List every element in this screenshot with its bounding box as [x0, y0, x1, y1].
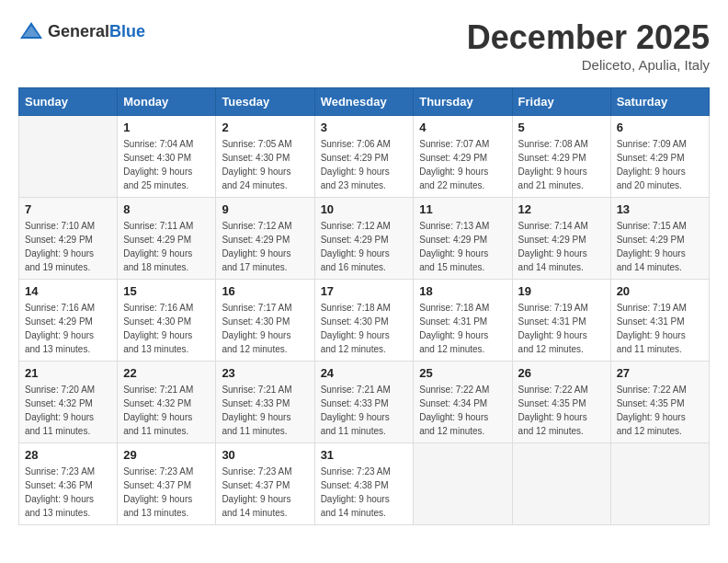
calendar-cell: 20Sunrise: 7:19 AMSunset: 4:31 PMDayligh…	[610, 280, 709, 362]
day-number: 21	[25, 366, 111, 380]
day-number: 24	[321, 366, 408, 380]
day-info: Sunrise: 7:11 AMSunset: 4:29 PMDaylight:…	[123, 219, 210, 274]
calendar-cell: 7Sunrise: 7:10 AMSunset: 4:29 PMDaylight…	[19, 198, 118, 280]
day-info: Sunrise: 7:19 AMSunset: 4:31 PMDaylight:…	[617, 301, 703, 356]
weekday-header-saturday: Saturday	[610, 88, 709, 116]
day-info: Sunrise: 7:23 AMSunset: 4:37 PMDaylight:…	[222, 465, 308, 520]
day-number: 28	[25, 448, 111, 462]
weekday-header-sunday: Sunday	[19, 88, 118, 116]
calendar-cell	[414, 443, 512, 525]
day-number: 12	[518, 202, 605, 216]
calendar-cell: 17Sunrise: 7:18 AMSunset: 4:30 PMDayligh…	[314, 280, 414, 362]
day-number: 30	[222, 448, 308, 462]
calendar-cell: 18Sunrise: 7:18 AMSunset: 4:31 PMDayligh…	[414, 280, 512, 362]
calendar-cell: 22Sunrise: 7:21 AMSunset: 4:32 PMDayligh…	[118, 362, 216, 443]
week-row-3: 14Sunrise: 7:16 AMSunset: 4:29 PMDayligh…	[19, 280, 710, 362]
day-number: 5	[518, 121, 605, 134]
week-row-1: 1Sunrise: 7:04 AMSunset: 4:30 PMDaylight…	[19, 116, 710, 198]
location: Deliceto, Apulia, Italy	[467, 57, 710, 73]
day-info: Sunrise: 7:09 AMSunset: 4:29 PMDaylight:…	[617, 137, 703, 192]
logo-icon	[18, 18, 44, 44]
calendar-cell: 26Sunrise: 7:22 AMSunset: 4:35 PMDayligh…	[512, 362, 610, 443]
day-number: 29	[123, 448, 210, 462]
month-title: December 2025	[467, 18, 710, 57]
day-info: Sunrise: 7:14 AMSunset: 4:29 PMDaylight:…	[518, 219, 605, 274]
calendar-cell: 14Sunrise: 7:16 AMSunset: 4:29 PMDayligh…	[19, 280, 118, 362]
day-number: 11	[419, 202, 506, 216]
day-info: Sunrise: 7:06 AMSunset: 4:29 PMDaylight:…	[321, 137, 408, 192]
day-number: 25	[419, 366, 506, 380]
calendar-cell: 28Sunrise: 7:23 AMSunset: 4:36 PMDayligh…	[19, 443, 118, 525]
calendar-cell: 27Sunrise: 7:22 AMSunset: 4:35 PMDayligh…	[610, 362, 709, 443]
day-info: Sunrise: 7:21 AMSunset: 4:33 PMDaylight:…	[321, 383, 408, 438]
day-info: Sunrise: 7:07 AMSunset: 4:29 PMDaylight:…	[419, 137, 506, 192]
day-number: 4	[419, 121, 506, 134]
day-info: Sunrise: 7:16 AMSunset: 4:29 PMDaylight:…	[25, 301, 111, 356]
day-number: 13	[617, 202, 703, 216]
day-info: Sunrise: 7:22 AMSunset: 4:35 PMDaylight:…	[518, 383, 605, 438]
day-number: 8	[123, 202, 210, 216]
weekday-header-tuesday: Tuesday	[216, 88, 314, 116]
day-info: Sunrise: 7:08 AMSunset: 4:29 PMDaylight:…	[518, 137, 605, 192]
calendar-cell: 15Sunrise: 7:16 AMSunset: 4:30 PMDayligh…	[118, 280, 216, 362]
page-header: GeneralBlue December 2025 Deliceto, Apul…	[18, 18, 710, 73]
logo: GeneralBlue	[18, 18, 145, 44]
week-row-4: 21Sunrise: 7:20 AMSunset: 4:32 PMDayligh…	[19, 362, 710, 443]
weekday-header-row: SundayMondayTuesdayWednesdayThursdayFrid…	[19, 88, 710, 116]
day-info: Sunrise: 7:20 AMSunset: 4:32 PMDaylight:…	[25, 383, 111, 438]
day-number: 16	[222, 284, 308, 298]
day-info: Sunrise: 7:13 AMSunset: 4:29 PMDaylight:…	[419, 219, 506, 274]
day-info: Sunrise: 7:19 AMSunset: 4:31 PMDaylight:…	[518, 301, 605, 356]
day-info: Sunrise: 7:21 AMSunset: 4:33 PMDaylight:…	[222, 383, 308, 438]
calendar-cell: 1Sunrise: 7:04 AMSunset: 4:30 PMDaylight…	[118, 116, 216, 198]
day-info: Sunrise: 7:18 AMSunset: 4:31 PMDaylight:…	[419, 301, 506, 356]
calendar-cell	[19, 116, 118, 198]
calendar-cell: 2Sunrise: 7:05 AMSunset: 4:30 PMDaylight…	[216, 116, 314, 198]
weekday-header-monday: Monday	[118, 88, 216, 116]
day-number: 18	[419, 284, 506, 298]
day-info: Sunrise: 7:15 AMSunset: 4:29 PMDaylight:…	[617, 219, 703, 274]
title-block: December 2025 Deliceto, Apulia, Italy	[467, 18, 710, 73]
calendar-cell: 6Sunrise: 7:09 AMSunset: 4:29 PMDaylight…	[610, 116, 709, 198]
logo-text-general: General	[48, 22, 109, 40]
calendar-cell: 9Sunrise: 7:12 AMSunset: 4:29 PMDaylight…	[216, 198, 314, 280]
logo-text-blue: Blue	[109, 22, 145, 40]
calendar-cell: 29Sunrise: 7:23 AMSunset: 4:37 PMDayligh…	[118, 443, 216, 525]
week-row-2: 7Sunrise: 7:10 AMSunset: 4:29 PMDaylight…	[19, 198, 710, 280]
day-number: 15	[123, 284, 210, 298]
day-number: 31	[321, 448, 408, 462]
day-number: 9	[222, 202, 308, 216]
day-info: Sunrise: 7:17 AMSunset: 4:30 PMDaylight:…	[222, 301, 308, 356]
day-number: 1	[123, 121, 210, 134]
day-info: Sunrise: 7:05 AMSunset: 4:30 PMDaylight:…	[222, 137, 308, 192]
week-row-5: 28Sunrise: 7:23 AMSunset: 4:36 PMDayligh…	[19, 443, 710, 525]
calendar-cell	[512, 443, 610, 525]
day-number: 2	[222, 121, 308, 134]
calendar-cell: 3Sunrise: 7:06 AMSunset: 4:29 PMDaylight…	[314, 116, 414, 198]
day-number: 3	[321, 121, 408, 134]
calendar-cell: 8Sunrise: 7:11 AMSunset: 4:29 PMDaylight…	[118, 198, 216, 280]
calendar-table: SundayMondayTuesdayWednesdayThursdayFrid…	[18, 87, 710, 525]
day-info: Sunrise: 7:23 AMSunset: 4:37 PMDaylight:…	[123, 465, 210, 520]
day-number: 10	[321, 202, 408, 216]
calendar-cell: 10Sunrise: 7:12 AMSunset: 4:29 PMDayligh…	[314, 198, 414, 280]
calendar-cell: 24Sunrise: 7:21 AMSunset: 4:33 PMDayligh…	[314, 362, 414, 443]
calendar-cell: 23Sunrise: 7:21 AMSunset: 4:33 PMDayligh…	[216, 362, 314, 443]
day-number: 22	[123, 366, 210, 380]
day-number: 23	[222, 366, 308, 380]
calendar-cell: 12Sunrise: 7:14 AMSunset: 4:29 PMDayligh…	[512, 198, 610, 280]
day-info: Sunrise: 7:23 AMSunset: 4:38 PMDaylight:…	[321, 465, 408, 520]
day-info: Sunrise: 7:12 AMSunset: 4:29 PMDaylight:…	[321, 219, 408, 274]
calendar-cell: 25Sunrise: 7:22 AMSunset: 4:34 PMDayligh…	[414, 362, 512, 443]
day-number: 14	[25, 284, 111, 298]
day-info: Sunrise: 7:10 AMSunset: 4:29 PMDaylight:…	[25, 219, 111, 274]
calendar-cell: 5Sunrise: 7:08 AMSunset: 4:29 PMDaylight…	[512, 116, 610, 198]
calendar-cell: 21Sunrise: 7:20 AMSunset: 4:32 PMDayligh…	[19, 362, 118, 443]
day-info: Sunrise: 7:23 AMSunset: 4:36 PMDaylight:…	[25, 465, 111, 520]
weekday-header-friday: Friday	[512, 88, 610, 116]
day-info: Sunrise: 7:21 AMSunset: 4:32 PMDaylight:…	[123, 383, 210, 438]
day-info: Sunrise: 7:04 AMSunset: 4:30 PMDaylight:…	[123, 137, 210, 192]
day-number: 6	[617, 121, 703, 134]
day-number: 17	[321, 284, 408, 298]
day-info: Sunrise: 7:18 AMSunset: 4:30 PMDaylight:…	[321, 301, 408, 356]
